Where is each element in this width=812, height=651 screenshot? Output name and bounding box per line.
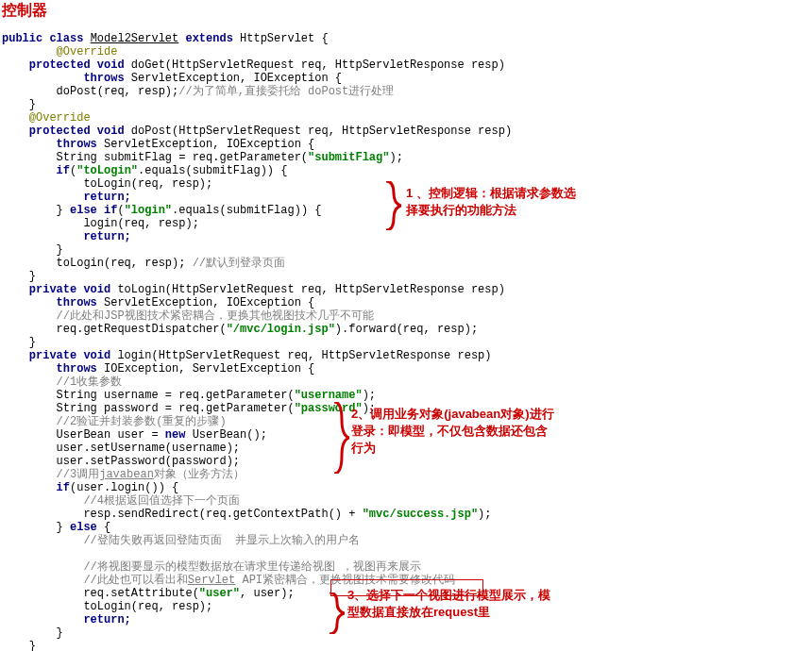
brace-icon — [330, 402, 347, 474]
kw: throws — [2, 72, 131, 85]
comment: //此处和JSP视图技术紧密耦合，更换其他视图技术几乎不可能 — [2, 309, 374, 323]
comment: //将视图要显示的模型数据放在请求里传递给视图 ，视图再来展示 — [2, 560, 421, 574]
t: UserBean(); — [193, 428, 267, 442]
kw: return; — [2, 230, 131, 243]
comment: //1收集参数 — [2, 376, 122, 389]
kw: return; — [2, 191, 131, 204]
t: req.getRequestDispatcher( — [2, 323, 227, 336]
t: doGet(HttpServletRequest req, HttpServle… — [131, 58, 505, 72]
string: "submitFlag" — [308, 151, 389, 164]
string: "mvc/success.jsp" — [363, 508, 478, 521]
t: String password = req.getParameter( — [2, 402, 295, 415]
t: (user.login()) { — [70, 481, 178, 494]
t: user.setUsername(username); — [2, 442, 240, 455]
t: String username = req.getParameter( — [2, 389, 295, 402]
t: ServletException, IOException { — [104, 138, 314, 151]
kw: else if — [70, 204, 117, 217]
t: } — [2, 626, 63, 640]
t: toLogin(HttpServletRequest req, HttpServ… — [117, 283, 504, 296]
kw: private void — [2, 349, 117, 362]
comment: //登陆失败再返回登陆页面 并显示上次输入的用户名 — [2, 534, 360, 547]
t: } — [2, 521, 70, 534]
t: ); — [389, 151, 402, 164]
t: resp.sendRedirect(req.getContextPath() + — [2, 508, 363, 521]
t: toLogin(req, resp); — [2, 177, 212, 191]
kw: throws — [2, 362, 104, 376]
t: ); — [363, 389, 376, 402]
t: doPost(req, resp); — [2, 85, 178, 98]
comment: //默认到登录页面 — [193, 257, 285, 270]
comment: //为了简单,直接委托给 doPost进行处理 — [178, 85, 394, 98]
string: "user" — [199, 587, 240, 600]
kw: new — [165, 428, 193, 442]
t: } — [2, 98, 36, 111]
string: "/mvc/login.jsp" — [227, 323, 335, 336]
kw: if — [2, 164, 70, 177]
page-title: 控制器 — [0, 0, 812, 19]
code-block: public class Model2Servlet extends HttpS… — [0, 19, 812, 651]
t: req.setAttribute( — [2, 587, 199, 600]
t: ServletException, IOException { — [131, 72, 342, 85]
t: HttpServlet { — [240, 32, 329, 45]
annotation-override: @Override — [2, 111, 91, 125]
t: ); — [478, 508, 491, 521]
kw: if — [2, 481, 70, 494]
t: .equals(submitFlag)) { — [138, 164, 287, 177]
t: doPost(HttpServletRequest req, HttpServl… — [131, 125, 512, 138]
comment: //此处也可以看出和 — [2, 574, 188, 587]
kw: throws — [2, 296, 104, 309]
comment: //2验证并封装参数(重复的步骤) — [2, 415, 227, 428]
kw: extends — [178, 32, 240, 45]
t: } — [2, 640, 36, 651]
t: } — [2, 243, 63, 257]
string: "username" — [295, 389, 363, 402]
kw: throws — [2, 138, 104, 151]
t: UserBean user = — [2, 428, 165, 442]
t: { — [104, 521, 110, 534]
t: login(req, resp); — [2, 217, 199, 230]
brace-icon — [326, 593, 343, 634]
t: ServletException, IOException { — [104, 296, 314, 309]
t: login(HttpServletRequest req, HttpServle… — [117, 349, 491, 362]
t: ( — [117, 204, 124, 217]
comment: //4根据返回值选择下一个页面 — [2, 494, 240, 508]
brace-icon — [382, 181, 399, 230]
comment: Servlet — [188, 574, 235, 587]
kw: public class — [2, 32, 91, 45]
kw: private void — [2, 283, 117, 296]
annotation-1: 1 、控制逻辑：根据请求参数选择要执行的功能方法 — [406, 185, 576, 219]
kw: protected void — [2, 58, 131, 72]
t: } — [2, 270, 36, 283]
string: "login" — [125, 204, 172, 217]
t: } — [2, 204, 70, 217]
t: , user); — [240, 587, 295, 600]
t: toLogin(req, resp); — [2, 257, 193, 270]
kw: else — [70, 521, 104, 534]
t: String submitFlag = req.getParameter( — [2, 151, 308, 164]
kw: protected void — [2, 125, 131, 138]
annotation-2: 2、调用业务对象(javabean对象)进行登录：即模型，不仅包含数据还包含行为 — [351, 406, 559, 457]
class-name: Model2Servlet — [91, 32, 179, 45]
t: } — [2, 336, 36, 349]
t: user.setPassword(password); — [2, 455, 240, 468]
kw: return; — [2, 613, 131, 626]
comment: 对象（业务方法） — [154, 468, 245, 481]
comment: //3调用 — [2, 468, 99, 481]
t: toLogin(req, resp); — [2, 600, 212, 613]
annotation-3: 3、选择下一个视图进行模型展示，模型数据直接放在request里 — [347, 587, 555, 621]
comment: javabean — [99, 468, 154, 481]
t: IOException, ServletException { — [104, 362, 314, 376]
string: "toLogin" — [76, 164, 138, 177]
t: ).forward(req, resp); — [335, 323, 478, 336]
annotation-override: @Override — [2, 45, 117, 58]
t: .equals(submitFlag)) { — [172, 204, 321, 217]
